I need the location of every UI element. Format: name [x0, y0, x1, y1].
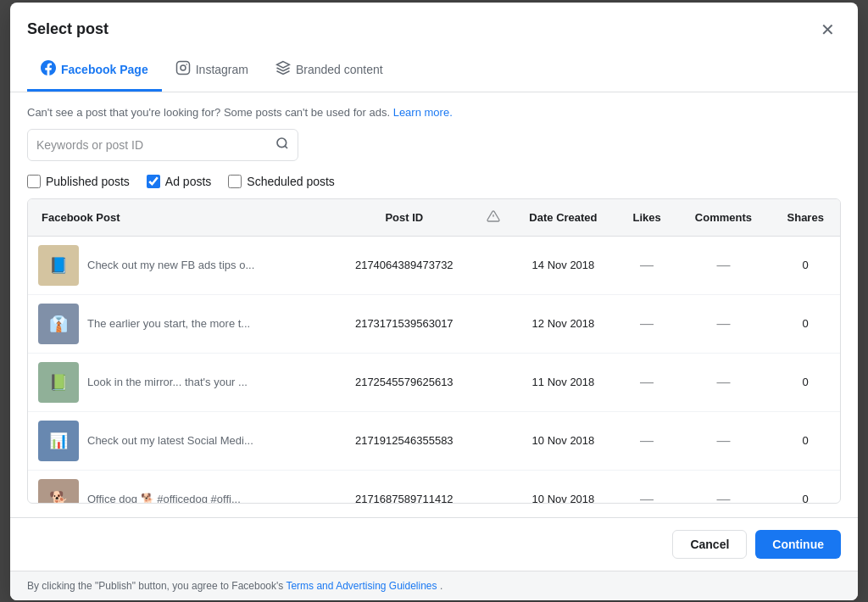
post-likes: — — [618, 470, 676, 504]
filter-adposts[interactable]: Ad posts — [147, 175, 211, 188]
search-box — [27, 129, 298, 161]
tab-branded-content-label: Branded content — [296, 63, 383, 76]
tab-branded-content[interactable]: Branded content — [262, 50, 397, 92]
post-id: 2173171539563017 — [331, 294, 478, 353]
post-shares: 0 — [771, 236, 840, 294]
post-text: Look in the mirror... that's your ... — [87, 376, 248, 388]
post-likes: — — [618, 411, 676, 470]
post-date: 10 Nov 2018 — [509, 470, 618, 504]
post-cell: 📗 Look in the mirror... that's your ... — [28, 353, 331, 411]
svg-rect-0 — [176, 61, 189, 74]
post-comments: — — [676, 236, 771, 294]
table-row[interactable]: 📘 Check out my new FB ads tips o... 2174… — [28, 236, 840, 294]
post-cell: 👔 The earlier you start, the more t... — [28, 294, 331, 353]
post-cell: 🐕 Office dog 🐕 #officedog #offi... — [28, 470, 331, 504]
table-row[interactable]: 📊 Check out my latest Social Medi... 217… — [28, 411, 840, 470]
svg-line-4 — [285, 146, 287, 148]
terms-link[interactable]: Terms and Advertising Guidelines — [286, 580, 437, 592]
post-warning — [478, 236, 509, 294]
post-comments: — — [676, 294, 771, 353]
post-shares: 0 — [771, 411, 840, 470]
col-shares: Shares — [771, 199, 840, 237]
tab-facebook-label: Facebook Page — [61, 63, 148, 76]
filter-scheduled[interactable]: Scheduled posts — [228, 175, 335, 188]
continue-button[interactable]: Continue — [755, 530, 841, 559]
filter-published-checkbox[interactable] — [27, 175, 41, 188]
filter-scheduled-label: Scheduled posts — [247, 175, 335, 188]
post-cell: 📘 Check out my new FB ads tips o... — [28, 236, 331, 294]
post-warning — [478, 353, 509, 411]
post-id: 2174064389473732 — [331, 236, 478, 294]
modal-footer: Cancel Continue — [10, 517, 858, 571]
facebook-icon — [41, 60, 56, 79]
tab-instagram-label: Instagram — [196, 63, 248, 76]
post-id: 2172545579625613 — [331, 353, 478, 411]
post-comments: — — [676, 353, 771, 411]
post-date: 12 Nov 2018 — [509, 294, 618, 353]
filter-published[interactable]: Published posts — [27, 175, 130, 188]
post-text: Check out my new FB ads tips o... — [87, 259, 254, 271]
posts-table-wrapper: Facebook Post Post ID Date Created Likes… — [27, 198, 841, 504]
select-post-modal: Select post ✕ Facebook Page Instagram — [10, 3, 858, 600]
tab-instagram[interactable]: Instagram — [162, 50, 262, 92]
bottom-bar: By clicking the "Publish" button, you ag… — [10, 571, 858, 600]
col-likes: Likes — [618, 199, 676, 237]
info-text: Can't see a post that you're looking for… — [27, 106, 390, 119]
learn-more-link[interactable]: Learn more. — [393, 106, 453, 119]
col-facebook-post: Facebook Post — [28, 199, 331, 237]
filter-published-label: Published posts — [46, 175, 130, 188]
info-bar: Can't see a post that you're looking for… — [27, 106, 841, 119]
filter-adposts-checkbox[interactable] — [147, 175, 160, 188]
post-warning — [478, 470, 509, 504]
close-button[interactable]: ✕ — [814, 16, 841, 43]
post-shares: 0 — [771, 294, 840, 353]
post-likes: — — [618, 353, 676, 411]
post-thumbnail: 📘 — [38, 245, 79, 286]
post-date: 10 Nov 2018 — [509, 411, 618, 470]
post-text: The earlier you start, the more t... — [87, 317, 250, 330]
post-likes: — — [618, 294, 676, 353]
svg-point-3 — [277, 138, 287, 148]
filter-scheduled-checkbox[interactable] — [228, 175, 242, 188]
post-likes: — — [618, 236, 676, 294]
modal-header: Select post ✕ — [10, 3, 858, 43]
post-thumbnail: 👔 — [38, 304, 79, 344]
close-icon: ✕ — [821, 20, 835, 40]
col-warning — [478, 199, 509, 237]
tab-facebook[interactable]: Facebook Page — [27, 50, 162, 92]
branded-content-icon — [275, 60, 291, 79]
bottom-bar-text: By clicking the "Publish" button, you ag… — [27, 580, 286, 592]
filter-adposts-label: Ad posts — [165, 175, 211, 188]
svg-point-2 — [186, 64, 187, 65]
table-row[interactable]: 🐕 Office dog 🐕 #officedog #offi... 21716… — [28, 470, 840, 504]
table-row[interactable]: 👔 The earlier you start, the more t... 2… — [28, 294, 840, 353]
post-shares: 0 — [771, 470, 840, 504]
col-date-created: Date Created — [509, 199, 618, 237]
post-cell: 📊 Check out my latest Social Medi... — [28, 411, 331, 470]
post-warning — [478, 294, 509, 353]
modal-overlay: Select post ✕ Facebook Page Instagram — [0, 0, 868, 602]
post-date: 14 Nov 2018 — [509, 236, 618, 294]
post-id: 2171912546355583 — [331, 411, 478, 470]
table-body: 📘 Check out my new FB ads tips o... 2174… — [28, 236, 840, 504]
col-comments: Comments — [676, 199, 771, 237]
modal-title: Select post — [27, 20, 108, 38]
post-thumbnail: 📗 — [38, 362, 79, 403]
post-text: Office dog 🐕 #officedog #offi... — [87, 493, 241, 504]
cancel-button[interactable]: Cancel — [672, 530, 747, 559]
svg-point-1 — [181, 65, 186, 70]
post-thumbnail: 📊 — [38, 421, 79, 461]
search-input[interactable] — [36, 138, 275, 152]
search-icon — [275, 137, 289, 153]
posts-table: Facebook Post Post ID Date Created Likes… — [28, 199, 840, 504]
post-shares: 0 — [771, 353, 840, 411]
post-date: 11 Nov 2018 — [509, 353, 618, 411]
post-id: 2171687589711412 — [331, 470, 478, 504]
filters-bar: Published posts Ad posts Scheduled posts — [27, 175, 841, 188]
instagram-icon — [175, 60, 191, 79]
table-row[interactable]: 📗 Look in the mirror... that's your ... … — [28, 353, 840, 411]
post-comments: — — [676, 411, 771, 470]
post-thumbnail: 🐕 — [38, 479, 79, 504]
post-text: Check out my latest Social Medi... — [87, 434, 253, 447]
bottom-bar-suffix: . — [440, 580, 442, 592]
